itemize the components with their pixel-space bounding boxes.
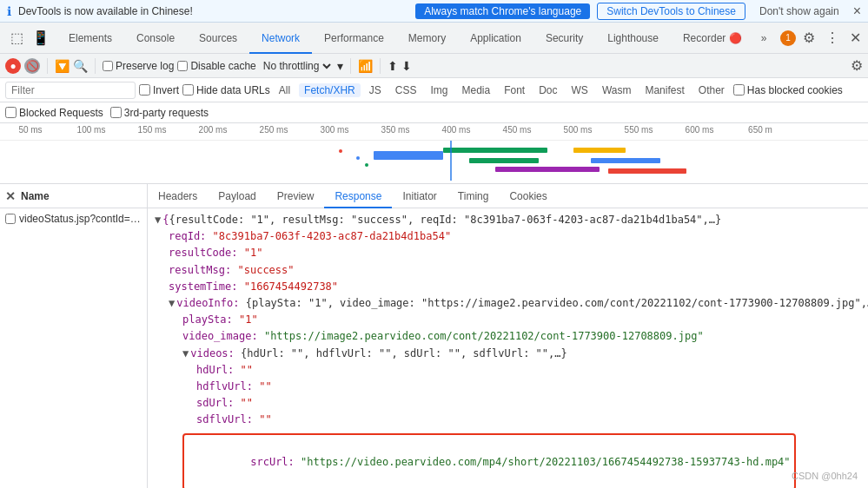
throttle-dropdown-icon[interactable]: ▾ [337, 59, 343, 73]
match-language-button[interactable]: Always match Chrome's language [415, 3, 590, 19]
disable-cache-checkbox[interactable] [177, 61, 188, 71]
tab-recorder[interactable]: Recorder 🔴 [671, 23, 754, 54]
videos-expand[interactable]: ▼ [182, 346, 189, 362]
filter-doc[interactable]: Doc [533, 83, 562, 97]
preserve-log-checkbox[interactable] [103, 61, 113, 71]
inspect-icon[interactable]: ⬚ [7, 28, 27, 48]
has-blocked-checkbox[interactable] [733, 84, 745, 96]
root-expand[interactable]: ▼ [155, 212, 161, 228]
json-resultmsg: resultMsg: "success" [169, 262, 861, 279]
tab-payload[interactable]: Payload [208, 184, 266, 208]
dont-show-again-button[interactable]: Don't show again [752, 3, 846, 19]
tl-400: 400 ms [426, 125, 487, 135]
videoinfo-expand[interactable]: ▼ [169, 295, 175, 312]
timeline-cursor [450, 141, 452, 181]
json-playsta: playSta: "1" [182, 312, 861, 328]
toolbar-separator-4 [380, 58, 381, 74]
filter-all[interactable]: All [274, 83, 295, 97]
tl-500: 500 ms [547, 125, 608, 135]
disable-cache-label[interactable]: Disable cache [177, 60, 255, 72]
filter-fetch-xhr[interactable]: Fetch/XHR [299, 83, 361, 97]
tab-memory[interactable]: Memory [396, 23, 458, 54]
hide-data-urls-label[interactable]: Hide data URLs [182, 84, 270, 96]
download-icon[interactable]: ⬇ [401, 59, 412, 73]
tab-cookies[interactable]: Cookies [499, 184, 557, 208]
filter-ws[interactable]: WS [567, 83, 593, 97]
search-icon[interactable]: 🔍 [73, 59, 88, 73]
left-panel: ✕ Name videoStatus.jsp?contId=1... [0, 184, 148, 488]
switch-devtools-button[interactable]: Switch DevTools to Chinese [597, 3, 745, 20]
tab-network[interactable]: Network [249, 23, 312, 54]
hide-data-urls-checkbox[interactable] [182, 84, 194, 96]
right-tabs: Headers Payload Preview Response Initiat… [148, 184, 868, 208]
json-videoimage: video_image: "https://image2.pearvideo.c… [182, 328, 861, 345]
tab-preview[interactable]: Preview [267, 184, 325, 208]
tab-security[interactable]: Security [533, 23, 595, 54]
tl-150: 150 ms [122, 125, 182, 135]
json-videos: ▼ videos: {hdUrl: "", hdflvUrl: "", sdUr… [182, 346, 861, 362]
tab-lighthouse[interactable]: Lighthouse [595, 23, 671, 54]
settings-icon[interactable]: ⚙ [799, 26, 818, 49]
json-systemtime: systemTime: "1667454492738" [169, 279, 861, 295]
wf-bar-purple [495, 167, 600, 172]
filter-manifest[interactable]: Manifest [639, 83, 689, 97]
filter-font[interactable]: Font [499, 83, 530, 97]
tl-100: 100 ms [61, 125, 122, 135]
info-bar-close[interactable]: × [853, 3, 861, 19]
filter-input[interactable] [5, 82, 136, 99]
preserve-log-label[interactable]: Preserve log [103, 60, 174, 72]
wf-mark3 [365, 163, 368, 167]
tl-250: 250 ms [243, 125, 304, 135]
json-srcurl-container: srcUrl: "https://video.pearvideo.com/mp4… [182, 432, 861, 488]
throttle-select[interactable]: No throttling Fast 3G Slow 3G Offline [260, 59, 334, 73]
timeline-ruler: 50 ms 100 ms 150 ms 200 ms 250 ms 300 ms… [0, 123, 868, 141]
has-blocked-label[interactable]: Has blocked cookies [733, 84, 843, 96]
toolbar-settings-icon[interactable]: ⚙ [851, 57, 863, 74]
blocked-requests-label[interactable]: Blocked Requests [5, 107, 103, 119]
tab-elements[interactable]: Elements [56, 23, 124, 54]
network-row[interactable]: videoStatus.jsp?contId=1... [0, 208, 147, 229]
tab-application[interactable]: Application [458, 23, 533, 54]
tab-response[interactable]: Response [324, 184, 392, 208]
filter-wasm[interactable]: Wasm [597, 83, 637, 97]
invert-label[interactable]: Invert [139, 84, 179, 96]
json-hdurl: hdUrl: "" [196, 362, 861, 379]
tab-performance[interactable]: Performance [312, 23, 396, 54]
tab-initiator[interactable]: Initiator [392, 184, 447, 208]
watermark: CSDN @0hh24 [792, 471, 858, 481]
third-party-label[interactable]: 3rd-party requests [110, 107, 209, 119]
tl-300: 300 ms [304, 125, 365, 135]
filter-css[interactable]: CSS [390, 83, 422, 97]
row-name: videoStatus.jsp?contId=1... [19, 213, 142, 225]
close-devtools-icon[interactable]: ✕ [846, 26, 865, 49]
close-name-panel[interactable]: ✕ [5, 189, 16, 203]
tl-350: 350 ms [365, 125, 426, 135]
filter-media[interactable]: Media [456, 83, 495, 97]
tab-headers[interactable]: Headers [148, 184, 208, 208]
filter-other[interactable]: Other [693, 83, 730, 97]
invert-checkbox[interactable] [139, 84, 150, 96]
tl-600: 600 ms [669, 125, 730, 135]
third-party-checkbox[interactable] [110, 107, 122, 118]
filter-js[interactable]: JS [364, 83, 387, 97]
tab-console[interactable]: Console [124, 23, 187, 54]
wf-bar-yellow [573, 148, 626, 153]
filter-bar: Invert Hide data URLs All Fetch/XHR JS C… [0, 78, 868, 102]
tab-more[interactable]: » [754, 23, 774, 54]
toolbar-separator-1 [47, 58, 48, 74]
tl-650: 650 m [730, 125, 791, 135]
filter-icon[interactable]: 🔽 [55, 59, 70, 73]
tab-timing[interactable]: Timing [447, 184, 500, 208]
name-header: ✕ Name [0, 184, 147, 208]
tab-sources[interactable]: Sources [187, 23, 249, 54]
row-checkbox[interactable] [5, 214, 16, 224]
device-icon[interactable]: 📱 [29, 28, 53, 48]
filter-img[interactable]: Img [425, 83, 453, 97]
clear-button[interactable]: 🚫 [24, 58, 40, 74]
more-icon[interactable]: ⋮ [822, 26, 843, 49]
blocked-requests-checkbox[interactable] [5, 107, 17, 118]
upload-icon[interactable]: ⬆ [388, 59, 398, 73]
record-button[interactable]: ● [5, 58, 21, 74]
wifi-icon[interactable]: 📶 [358, 59, 373, 73]
wf-mark1 [339, 149, 342, 153]
